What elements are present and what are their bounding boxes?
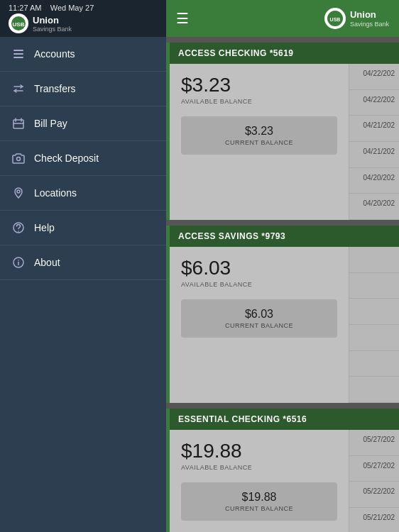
- camera-icon: [11, 151, 26, 165]
- sidebar-bank-logo-icon: USB: [9, 13, 28, 33]
- list-icon: [11, 47, 26, 61]
- account-balance-section: $3.23 AVAILABLE BALANCE $3.23 CURRENT BA…: [170, 64, 349, 220]
- account-title: ACCESS SAVINGS *9793: [178, 231, 390, 241]
- sidebar: 11:27 AM Wed May 27 USB Union Savings Ba…: [0, 0, 166, 532]
- current-balance-label: CURRENT BALANCE: [192, 139, 326, 146]
- accounts-list[interactable]: ACCESS CHECKING *5619 $3.23 AVAILABLE BA…: [166, 37, 399, 532]
- transaction-date: 04/20/202: [349, 194, 399, 220]
- transaction-date: 05/27/202: [349, 430, 399, 456]
- svg-text:USB: USB: [13, 21, 25, 28]
- account-balance-section: $19.88 AVAILABLE BALANCE $19.88 CURRENT …: [170, 430, 349, 532]
- sidebar-checkdeposit-label: Check Deposit: [34, 153, 99, 164]
- transaction-date: [349, 247, 399, 273]
- transfers-icon: [11, 82, 26, 96]
- transaction-date: [349, 377, 399, 403]
- account-card[interactable]: ACCESS CHECKING *5619 $3.23 AVAILABLE BA…: [166, 43, 399, 220]
- svg-point-9: [18, 231, 19, 232]
- svg-rect-4: [13, 57, 23, 58]
- svg-point-6: [17, 157, 21, 161]
- available-balance-label: AVAILABLE BALANCE: [181, 464, 337, 471]
- transaction-date: 05/22/202: [349, 482, 399, 508]
- topbar-bank-logo-icon: USB: [324, 8, 346, 29]
- info-icon: [11, 255, 26, 270]
- transaction-date: [349, 325, 399, 351]
- current-balance-label: CURRENT BALANCE: [192, 505, 326, 512]
- topbar-bank-sub: Savings Bank: [350, 21, 389, 28]
- account-card[interactable]: ACCESS SAVINGS *9793 $6.03 AVAILABLE BAL…: [166, 226, 399, 403]
- current-balance-box: $3.23 CURRENT BALANCE: [181, 116, 337, 155]
- transaction-date: [349, 273, 399, 299]
- sidebar-locations-label: Locations: [34, 187, 77, 199]
- transaction-date: 04/21/202: [349, 142, 399, 168]
- current-balance-box: $6.03 CURRENT BALANCE: [181, 299, 337, 338]
- account-card-header: ACCESS CHECKING *5619: [170, 43, 399, 64]
- sidebar-transfers-label: Transfers: [34, 83, 76, 94]
- svg-rect-3: [13, 53, 23, 55]
- account-transactions-dates: 04/22/202 04/22/202 04/21/202 04/21/202 …: [349, 64, 399, 220]
- current-balance-box: $19.88 CURRENT BALANCE: [181, 482, 337, 521]
- available-balance-label: AVAILABLE BALANCE: [181, 98, 337, 105]
- sidebar-help-label: Help: [34, 222, 55, 233]
- available-balance-amount: $6.03: [181, 257, 337, 279]
- sidebar-item-checkdeposit[interactable]: Check Deposit: [0, 141, 166, 176]
- sidebar-accounts-label: Accounts: [34, 48, 75, 60]
- transaction-date: [349, 299, 399, 325]
- account-card-header: ESSENTIAL CHECKING *6516: [170, 409, 399, 430]
- help-icon: [11, 221, 26, 235]
- transaction-date: 05/21/202: [349, 508, 399, 532]
- sidebar-bank-name: Union: [33, 15, 72, 26]
- sidebar-item-about[interactable]: About: [0, 245, 166, 280]
- svg-rect-5: [13, 120, 23, 128]
- available-balance-amount: $19.88: [181, 440, 337, 462]
- pin-icon: [11, 186, 26, 200]
- sidebar-item-transfers[interactable]: Transfers: [0, 72, 166, 106]
- status-date: Wed May 27: [50, 4, 94, 12]
- transaction-date: [349, 351, 399, 377]
- svg-point-7: [17, 190, 20, 193]
- current-balance-amount: $3.23: [192, 125, 326, 138]
- status-time: 11:27 AM: [9, 4, 41, 12]
- current-balance-amount: $19.88: [192, 491, 326, 504]
- sidebar-item-accounts[interactable]: Accounts: [0, 37, 166, 72]
- account-card-body: $19.88 AVAILABLE BALANCE $19.88 CURRENT …: [170, 430, 399, 532]
- account-card-header: ACCESS SAVINGS *9793: [170, 226, 399, 247]
- sidebar-item-locations[interactable]: Locations: [0, 176, 166, 211]
- account-transactions-dates: [349, 247, 399, 403]
- status-bar-time-date: 11:27 AM Wed May 27: [9, 4, 158, 12]
- sidebar-billpay-label: Bill Pay: [34, 118, 67, 129]
- sidebar-header: 11:27 AM Wed May 27 USB Union Savings Ba…: [0, 0, 166, 37]
- topbar: ☰ USB Union Savings Bank: [166, 0, 399, 37]
- transaction-date: 04/20/202: [349, 168, 399, 194]
- topbar-bank-name: Union: [350, 9, 389, 21]
- sidebar-item-help[interactable]: Help: [0, 211, 166, 245]
- account-balance-section: $6.03 AVAILABLE BALANCE $6.03 CURRENT BA…: [170, 247, 349, 403]
- available-balance-label: AVAILABLE BALANCE: [181, 281, 337, 288]
- account-card[interactable]: ESSENTIAL CHECKING *6516 $19.88 AVAILABL…: [166, 409, 399, 532]
- sidebar-bank-sub: Savings Bank: [33, 26, 72, 33]
- account-title: ACCESS CHECKING *5619: [178, 48, 390, 58]
- account-transactions-dates: 05/27/202 05/27/202 05/22/202 05/21/202: [349, 430, 399, 532]
- account-title: ESSENTIAL CHECKING *6516: [178, 414, 390, 424]
- svg-rect-2: [13, 50, 23, 51]
- main-content: ☰ USB Union Savings Bank ACCESS CHECKING…: [166, 0, 399, 532]
- billpay-icon: [11, 116, 26, 131]
- transaction-date: 04/22/202: [349, 90, 399, 116]
- sidebar-about-label: About: [34, 257, 60, 268]
- topbar-logo: USB Union Savings Bank: [324, 8, 389, 29]
- svg-point-11: [18, 260, 19, 261]
- current-balance-label: CURRENT BALANCE: [192, 322, 326, 329]
- current-balance-amount: $6.03: [192, 308, 326, 321]
- sidebar-item-billpay[interactable]: Bill Pay: [0, 106, 166, 141]
- transaction-date: 04/22/202: [349, 64, 399, 90]
- transaction-date: 04/21/202: [349, 116, 399, 142]
- menu-icon[interactable]: ☰: [176, 10, 189, 27]
- account-card-body: $6.03 AVAILABLE BALANCE $6.03 CURRENT BA…: [170, 247, 399, 403]
- available-balance-amount: $3.23: [181, 74, 337, 96]
- account-card-body: $3.23 AVAILABLE BALANCE $3.23 CURRENT BA…: [170, 64, 399, 220]
- svg-text:USB: USB: [330, 17, 341, 22]
- transaction-date: 05/27/202: [349, 456, 399, 482]
